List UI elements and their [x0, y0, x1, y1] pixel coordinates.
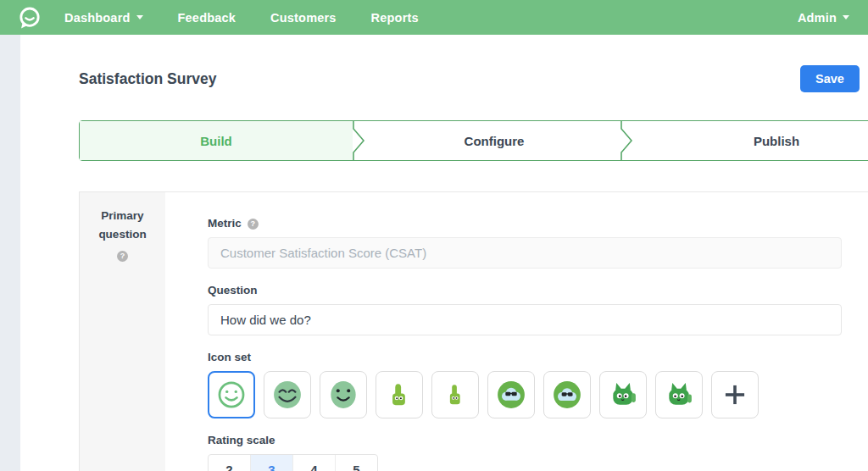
- question-field-block: Question: [208, 282, 842, 335]
- icon-set-option-smiley-dot-eyes[interactable]: [320, 371, 367, 418]
- top-nav: Dashboard Feedback Customers Reports Adm…: [0, 0, 868, 35]
- smiley-happy-eyes-icon: [270, 378, 304, 412]
- cat-thumbs-up-icon: [606, 378, 640, 412]
- icon-set-label: Icon set: [208, 351, 251, 363]
- help-icon[interactable]: ?: [117, 251, 128, 262]
- save-button[interactable]: Save: [800, 65, 860, 92]
- smiley-chat-logo-icon[interactable]: [17, 5, 42, 30]
- icon-set-option-cloud-sunglasses[interactable]: [487, 371, 535, 418]
- nav-item-customers[interactable]: Customers: [270, 11, 337, 25]
- chevron-down-icon: [136, 15, 143, 19]
- icon-set-option-cat-thumbs-up-alt[interactable]: [655, 371, 703, 418]
- page-header: Satisfaction Survey Save: [20, 35, 868, 92]
- nav-item-feedback[interactable]: Feedback: [178, 11, 236, 25]
- smiley-dot-eyes-icon: [326, 378, 360, 412]
- rating-option-5[interactable]: 5: [335, 455, 377, 471]
- rating-option-4[interactable]: 4: [292, 455, 335, 471]
- icon-set-option-thumbs-up[interactable]: [376, 371, 423, 418]
- user-menu-admin[interactable]: Admin: [798, 11, 849, 25]
- icon-set-options: [208, 371, 842, 418]
- cloud-sunglasses-icon: [494, 378, 528, 412]
- cat-thumbs-up-alt-icon: [662, 378, 696, 412]
- icon-set-option-cloud-sunglasses-alt[interactable]: [543, 371, 591, 418]
- page-title: Satisfaction Survey: [79, 70, 216, 88]
- chevron-down-icon: [843, 15, 849, 19]
- icon-set-option-smiley-outline[interactable]: [208, 371, 255, 418]
- page-content: Satisfaction Survey Save Build Configure…: [20, 35, 868, 471]
- cloud-sunglasses-alt-icon: [550, 378, 584, 412]
- question-label: Question: [208, 284, 258, 296]
- nav-item-reports-label: Reports: [371, 11, 419, 25]
- metric-field-block: Metric?: [208, 215, 842, 269]
- rating-scale-label: Rating scale: [208, 434, 275, 446]
- thumbs-up-small-icon: [441, 380, 470, 409]
- nav-item-customers-label: Customers: [270, 11, 337, 25]
- step-chevron-icon: [620, 121, 636, 160]
- nav-item-dashboard[interactable]: Dashboard: [64, 11, 143, 25]
- metric-label: Metric: [208, 217, 242, 230]
- step-chevron-icon: [353, 121, 368, 160]
- nav-item-reports[interactable]: Reports: [371, 11, 419, 25]
- rating-scale-options: 2 3 4 5: [208, 454, 378, 471]
- rating-option-2[interactable]: 2: [209, 455, 250, 471]
- plus-icon: [719, 379, 751, 411]
- nav-item-dashboard-label: Dashboard: [64, 11, 131, 25]
- icon-set-option-cat-thumbs-up[interactable]: [599, 371, 647, 418]
- metric-input[interactable]: [208, 237, 842, 269]
- icon-set-option-add-custom[interactable]: [711, 371, 759, 418]
- rating-scale-block: Rating scale 2 3 4 5: [208, 432, 842, 471]
- icon-set-option-thumbs-up-small[interactable]: [431, 371, 479, 418]
- question-form: Metric? Question Icon set: [165, 192, 842, 471]
- primary-question-sidebar: Primary question ?: [80, 192, 165, 471]
- survey-stepper: Build Configure Publish: [79, 120, 868, 161]
- icon-set-block: Icon set: [208, 349, 842, 418]
- thumbs-up-icon: [383, 379, 415, 411]
- icon-set-option-smiley-happy-eyes[interactable]: [264, 371, 311, 418]
- step-configure[interactable]: Configure: [368, 121, 620, 160]
- question-panel: Primary question ? Metric? Question Icon…: [79, 191, 868, 471]
- primary-question-label: Primary question: [80, 207, 165, 243]
- question-input[interactable]: [208, 304, 842, 335]
- help-icon[interactable]: ?: [248, 219, 259, 230]
- step-publish[interactable]: Publish: [636, 121, 868, 160]
- step-build[interactable]: Build: [80, 121, 353, 160]
- rating-option-3[interactable]: 3: [250, 455, 292, 471]
- user-menu-label: Admin: [798, 11, 837, 25]
- smiley-outline-icon: [215, 379, 248, 411]
- nav-item-feedback-label: Feedback: [178, 11, 236, 25]
